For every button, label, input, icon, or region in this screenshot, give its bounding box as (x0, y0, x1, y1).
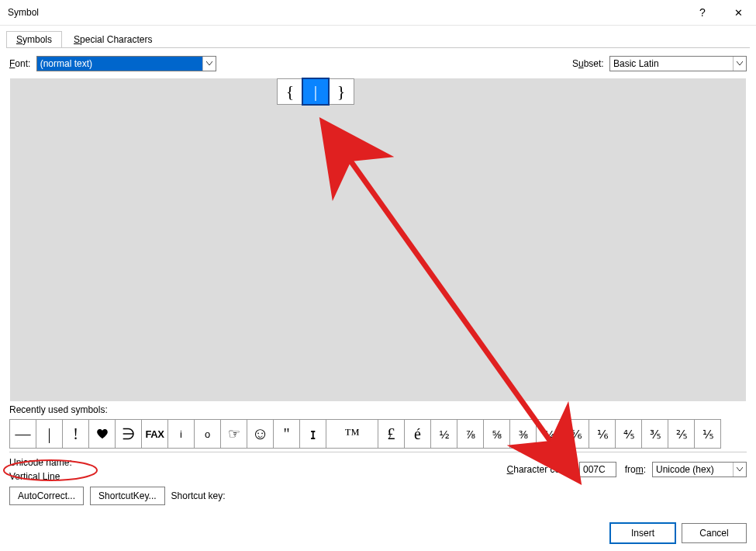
char-code-input[interactable] (579, 462, 616, 477)
recent-cell[interactable]: — (9, 419, 36, 449)
recent-cell[interactable]: FAX (141, 419, 168, 449)
unicode-name-value: Vertical Line (9, 471, 72, 482)
heart-icon (96, 428, 109, 440)
from-input[interactable] (653, 463, 733, 476)
symbol-cell[interactable]: } (328, 78, 354, 105)
recent-symbols-row: — | ! ∋ FAX i o ☞ ☺ " ɪ ™ £ é ½ ⅞ ⅝ (9, 419, 747, 449)
tab-row: Symbols Special Characters (0, 26, 756, 47)
symbol-grid: { | } (277, 78, 354, 105)
symbol-cell[interactable]: { (277, 78, 303, 105)
shortcut-row: AutoCorrect... Shortcut Key... Shortcut … (9, 487, 747, 505)
autocorrect-button[interactable]: AutoCorrect... (9, 487, 84, 505)
subset-label: Subset: (572, 58, 604, 69)
help-button[interactable]: ? (685, 0, 720, 25)
recent-cell[interactable]: ½ (430, 419, 457, 449)
recent-cell[interactable]: ™ (326, 419, 378, 449)
recent-cell[interactable]: ⅞ (457, 419, 484, 449)
symbol-dialog: Symbol ? ✕ Symbols Special Characters Fo… (0, 0, 756, 551)
recent-cell[interactable]: ⅙ (589, 419, 616, 449)
recent-cell[interactable]: ! (62, 419, 89, 449)
from-combo[interactable] (652, 462, 747, 477)
unicode-name-label: Unicode name: (9, 457, 72, 468)
insert-button[interactable]: Insert (610, 523, 675, 543)
recent-cell[interactable]: ⅜ (509, 419, 537, 449)
tab-symbols[interactable]: Symbols (6, 31, 62, 47)
window-title: Symbol (8, 7, 39, 18)
font-input[interactable] (37, 57, 202, 71)
chevron-down-icon[interactable] (733, 463, 746, 476)
recent-cell[interactable]: ⅚ (562, 419, 589, 449)
smiley-icon: ☺ (251, 425, 268, 442)
tab-special-characters[interactable]: Special Characters (64, 31, 162, 47)
recent-cell[interactable]: ⅖ (668, 419, 695, 449)
recent-cell[interactable]: £ (378, 419, 405, 449)
dialog-footer: Insert Cancel (610, 523, 747, 543)
font-combo[interactable] (36, 56, 216, 71)
chevron-down-icon[interactable] (202, 57, 216, 71)
recent-cell[interactable]: ⅘ (615, 419, 642, 449)
cancel-button[interactable]: Cancel (682, 523, 747, 543)
shortcut-key-button[interactable]: Shortcut Key... (90, 487, 165, 505)
close-button[interactable]: ✕ (720, 0, 756, 25)
pointing-hand-icon: ☞ (228, 427, 240, 441)
recent-cell[interactable]: o (194, 419, 221, 449)
recent-label: Recently used symbols: (9, 404, 747, 415)
title-bar: Symbol ? ✕ (0, 0, 756, 26)
recent-cell[interactable]: ¼ (536, 419, 563, 449)
recent-cell[interactable]: ɪ (299, 419, 326, 449)
recent-cell-heart[interactable] (88, 419, 116, 449)
recent-cell[interactable]: ⅗ (641, 419, 668, 449)
from-label: from: (620, 464, 646, 475)
recent-cell[interactable]: ∋ (115, 419, 142, 449)
subset-combo[interactable] (609, 56, 747, 71)
font-label: Font: (9, 58, 30, 69)
font-subset-row: Font: Subset: (9, 56, 747, 71)
recent-cell-pointer[interactable]: ☞ (220, 419, 247, 449)
info-row: Unicode name: Vertical Line Character co… (9, 457, 747, 482)
recent-cell[interactable]: é (404, 419, 431, 449)
char-code-label: Character code: (507, 464, 573, 475)
shortcut-key-label: Shortcut key: (171, 490, 226, 501)
recent-cell[interactable]: " (273, 419, 300, 449)
recent-cell[interactable]: ⅕ (694, 419, 721, 449)
subset-input[interactable] (610, 57, 733, 71)
symbol-grid-area[interactable]: { | } (9, 78, 747, 402)
recent-cell[interactable]: i (167, 419, 195, 449)
recent-cell-smiley[interactable]: ☺ (247, 419, 274, 449)
recent-cell[interactable]: | (36, 419, 63, 449)
symbol-cell-selected[interactable]: | (302, 78, 329, 105)
chevron-down-icon[interactable] (733, 57, 746, 71)
recent-cell[interactable]: ⅝ (483, 419, 510, 449)
